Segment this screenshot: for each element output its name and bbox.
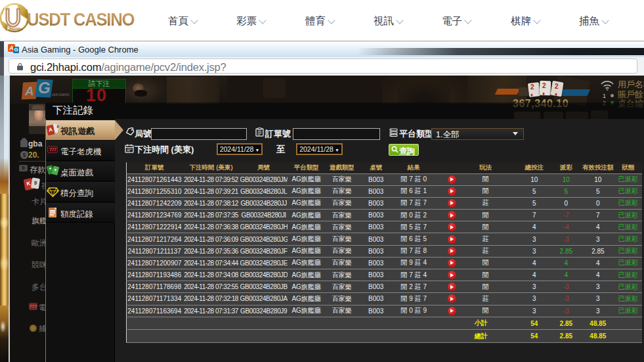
svg-text:Casino: Casino: [6, 26, 20, 31]
